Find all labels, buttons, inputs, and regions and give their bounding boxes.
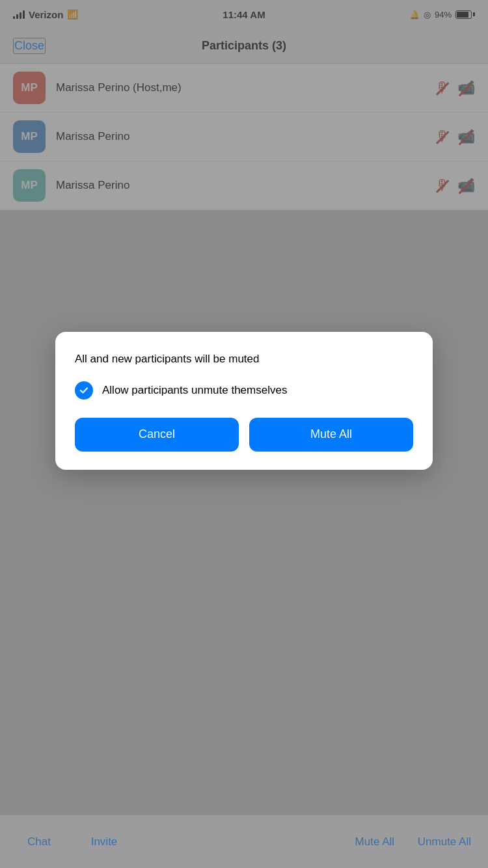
mute-all-button[interactable]: Mute All xyxy=(249,418,413,452)
modal-buttons: Cancel Mute All xyxy=(75,418,413,452)
checkbox-row[interactable]: Allow participants unmute themselves xyxy=(75,381,413,400)
checkbox-label: Allow participants unmute themselves xyxy=(102,384,287,397)
mute-all-dialog: All and new participants will be muted A… xyxy=(55,332,433,470)
cancel-button[interactable]: Cancel xyxy=(75,418,239,452)
modal-message: All and new participants will be muted xyxy=(75,351,413,367)
checkmark-icon xyxy=(79,385,89,396)
checkbox-checked-icon[interactable] xyxy=(75,381,93,400)
